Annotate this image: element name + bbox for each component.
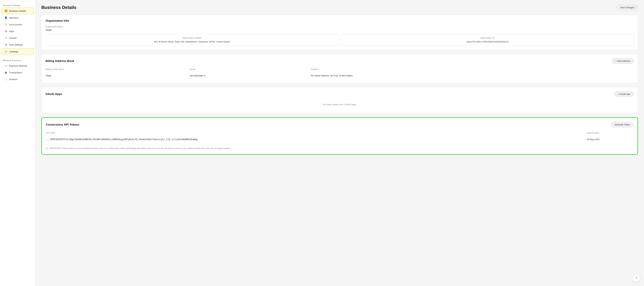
sidebar: Business Settings 🏠 Business Details 👤 M… [0,0,35,286]
sidebar-item-catalogs[interactable]: 🛒 Catalogs [1,48,34,55]
table-row: ...JPRFVDVEIPTn5lZDg2ZmU0Ni03NGVkLTQ1OWY… [46,136,634,143]
sidebar-label-user-settings: User Settings [9,43,23,46]
org-name-value: Stape [46,28,634,31]
col-date-created: Date Created [587,130,634,136]
org-address-label: Organization Address [48,37,336,39]
tokens-table-header: API Token Date Created [46,130,634,136]
token-value: ...JPRFVDVEIPTn5lZDg2ZmU0Ni03NGVkLTQ1OWY… [46,136,587,143]
col-api-token: API Token [46,130,587,136]
oauth-app-button[interactable]: + OAuth App [614,91,634,97]
sidebar-label-ad-accounts: Ad Accounts [9,23,22,26]
user-settings-icon: ⚙ [4,43,8,46]
sidebar-label-payment-methods: Payment Methods [9,65,28,67]
page-header: Business Details Save Changes [41,5,638,10]
business-settings-label: Business Settings [0,3,35,7]
sidebar-item-business-details[interactable]: 🏠 Business Details [1,7,34,14]
sidebar-label-invoices: Invoices [9,78,18,81]
billing-address-header: Billing Address Book + New Address [46,58,634,64]
col-billing-name: Billing Center Name [46,67,190,72]
billing-table-body: Stape denis@stape.io No Street Address, … [46,72,634,79]
org-id-card: Organization ID 3aac473c-8dcc-4648-9de6-… [341,34,634,46]
oauth-apps-section: OAuth Apps + OAuth App You have added ze… [41,87,638,113]
billing-row-email: denis@stape.io [190,72,311,79]
payment-methods-icon: ▭ [4,64,8,67]
sidebar-item-ad-accounts[interactable]: 📁 Ad Accounts [1,21,34,28]
sidebar-item-apps[interactable]: ⊞ Apps [1,28,34,34]
help-button[interactable]: ? [632,275,640,282]
org-address-card: Organization Address 651 N Broad Street,… [46,34,338,46]
sidebar-label-members: Members [9,17,18,19]
token-date: 29 May 2022 [587,136,634,143]
billing-payments-label: Billing & Payments [0,58,35,62]
conversions-api-section: Conversions API Tokens Generate Token AP… [41,117,638,155]
oauth-empty-message: You have added zero OAuth apps. [46,100,634,109]
table-row: Stape denis@stape.io No Street Address, … [46,72,634,79]
col-email: Email [190,67,311,72]
invoices-icon: 📄 [4,78,8,81]
org-id-label: Organization ID [344,37,631,39]
org-address-value: 651 N Broad Street, Suite 206, Middletow… [48,40,336,43]
sidebar-label-business-details: Business Details [9,10,26,12]
conversions-title: Conversions API Tokens [46,123,79,126]
sidebar-label-transactions: Transactions [9,71,22,74]
tokens-table: API Token Date Created ...JPRFVDVEIPTn5l… [46,130,634,143]
oauth-apps-header: OAuth Apps + OAuth App [46,91,634,97]
new-address-button[interactable]: + New Address [612,58,634,64]
info-icon: ⓘ [46,147,48,150]
sidebar-item-user-settings[interactable]: ⚙ User Settings [1,41,34,48]
page-title: Business Details [41,5,76,10]
org-info-section: Organization Info Organization Name Stap… [41,15,638,50]
help-icon: ? [636,277,637,280]
sidebar-item-members[interactable]: 👤 Members [1,14,34,21]
oauth-apps-title: OAuth Apps [46,92,62,96]
shared-icon: ◁ [4,36,8,39]
billing-address-title: Billing Address Book [46,59,74,63]
token-warning-row: ⓘ IMPORTANT! Store tokens on secure back… [46,145,634,150]
sidebar-label-apps: Apps [9,30,14,32]
billing-address-table: Billing Center Name Email Address Stape … [46,67,634,79]
save-changes-button[interactable]: Save Changes [616,5,638,10]
col-address: Address [311,67,634,72]
billing-row-address: No Street Address, No City, United State… [311,72,634,79]
generate-token-button[interactable]: Generate Token [611,122,634,127]
billing-address-section: Billing Address Book + New Address Billi… [41,54,638,83]
sidebar-item-invoices[interactable]: 📄 Invoices [1,76,34,82]
apps-icon: ⊞ [4,30,8,33]
catalogs-icon: 🛒 [4,50,8,53]
transactions-icon: ▣ [4,71,8,74]
members-icon: 👤 [4,16,8,19]
tokens-table-body: ...JPRFVDVEIPTn5lZDg2ZmU0Ni03NGVkLTQ1OWY… [46,136,634,143]
org-cards: Organization Address 651 N Broad Street,… [46,34,634,46]
org-id-value: 3aac473c-8dcc-4648-9de6-8cf633425e1b [344,40,631,43]
conversions-header: Conversions API Tokens Generate Token [46,122,634,127]
sidebar-item-payment-methods[interactable]: ▭ Payment Methods [1,63,34,69]
sidebar-item-transactions[interactable]: ▣ Transactions [1,69,34,76]
home-icon: 🏠 [4,9,8,12]
sidebar-label-shared: Shared [9,37,16,39]
sidebar-item-shared[interactable]: ◁ Shared [1,35,34,41]
billing-table-header: Billing Center Name Email Address [46,67,634,72]
main-content: Business Details Save Changes Organizati… [35,0,644,286]
org-name-field: Organization Name Stape [46,25,634,31]
billing-row-name: Stape [46,72,190,79]
org-info-title: Organization Info [46,19,69,22]
org-name-label: Organization Name [46,25,634,28]
token-warning-text: IMPORTANT! Store tokens on secure backen… [50,147,230,150]
sidebar-label-catalogs: Catalogs [9,50,18,53]
org-info-header: Organization Info [46,19,634,22]
ad-accounts-icon: 📁 [4,23,8,26]
